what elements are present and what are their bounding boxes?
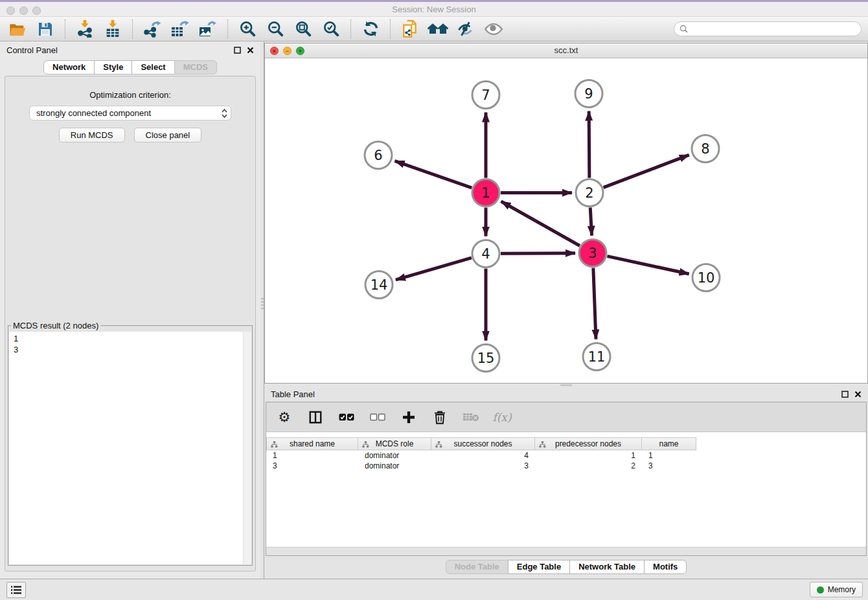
cell-predecessor-nodes[interactable]: 1 [535,450,642,461]
table-tab-motifs[interactable]: Motifs [644,560,687,574]
node-7[interactable]: 7 [472,82,499,109]
table-toolbar: ⚙ f(x) [266,402,866,432]
hide-selected-button[interactable] [455,19,477,40]
node-3[interactable]: 3 [579,240,606,267]
table-row-2[interactable]: 3dominator323 [266,461,866,471]
node-15[interactable]: 15 [472,345,499,372]
control-tab-style[interactable]: Style [94,60,132,75]
control-tab-mcds[interactable]: MCDS [174,60,217,75]
table-tab-node-table[interactable]: Node Table [446,560,508,574]
cell-MCDS-role[interactable]: dominator [358,450,431,461]
save-session-button[interactable] [34,19,56,40]
column-header-predecessor-nodes[interactable]: predecessor nodes [535,437,642,450]
table-panel: Table Panel ⚙ f(x) [264,386,868,577]
table-row-1[interactable]: 1dominator411 [266,450,866,461]
control-panel-title: Control Panel [6,45,58,55]
node-4[interactable]: 4 [472,240,499,268]
criterion-select[interactable]: strongly connected component [29,106,231,121]
refresh-button[interactable] [360,19,382,40]
delete-column-button[interactable] [431,408,449,426]
export-image-button[interactable] [197,19,219,40]
search-input[interactable] [691,25,856,34]
table-tabs: Node TableEdge TableNetwork TableMotifs [264,560,868,574]
zoom-fit-button[interactable] [292,19,314,40]
table-tab-edge-table[interactable]: Edge Table [508,560,570,574]
edge-4-3[interactable] [501,253,575,254]
column-header-name[interactable]: name [642,437,696,450]
control-panel: Control Panel NetworkStyleSelectMCDS Opt… [0,41,260,579]
cell-predecessor-nodes[interactable]: 2 [535,461,642,471]
window-titlebar: Session: New Session [0,0,868,17]
cell-shared-name[interactable]: 3 [266,461,358,471]
export-network-button[interactable] [141,19,163,40]
table-tab-network-table[interactable]: Network Table [569,560,645,574]
node-8[interactable]: 8 [692,135,719,163]
select-all-columns-button[interactable] [337,408,356,426]
task-history-button[interactable] [6,582,26,598]
mcds-result-area[interactable]: 1 3 [9,332,251,564]
cell-shared-name[interactable]: 1 [266,450,358,461]
export-table-button[interactable] [169,19,191,40]
edge-1-6[interactable] [394,161,472,188]
column-label: successor nodes [453,439,512,448]
edge-3-10[interactable] [607,256,689,273]
cell-MCDS-role[interactable]: dominator [358,461,431,471]
node-11[interactable]: 11 [583,343,610,371]
float-panel-icon[interactable] [234,47,241,54]
close-panel-button[interactable]: Close panel [134,128,202,143]
cell-name[interactable]: 3 [642,461,696,471]
node-2[interactable]: 2 [576,179,603,207]
first-neighbors-button[interactable] [427,19,449,40]
unselect-all-columns-button[interactable] [369,408,387,426]
import-table-button[interactable] [102,19,124,40]
eye-slash-icon [457,21,475,38]
function-builder-button[interactable]: f(x) [493,408,511,426]
cell-successor-nodes[interactable]: 3 [431,461,535,471]
zoom-selected-button[interactable] [320,19,342,40]
svg-text:8: 8 [701,141,709,157]
graph-edges[interactable] [394,111,689,340]
node-6[interactable]: 6 [365,142,392,169]
node-1[interactable]: 1 [472,179,499,207]
result-scrollbar[interactable] [243,332,251,564]
edge-3-11[interactable] [593,268,596,339]
table-settings-button[interactable]: ⚙ [275,408,293,426]
close-table-panel-icon[interactable] [854,391,862,398]
edge-4-14[interactable] [396,258,472,280]
node-10[interactable]: 10 [692,264,720,292]
add-column-button[interactable] [400,408,418,426]
cell-name[interactable]: 1 [642,450,696,461]
edge-3-1[interactable] [501,202,580,246]
split-view-button[interactable] [306,408,325,426]
right-area: × − + scc.txt 79681243141015 [264,41,868,579]
control-tab-select[interactable]: Select [131,60,174,75]
svg-text:6: 6 [374,148,382,163]
gear-icon: ⚙ [279,410,291,424]
edge-2-3[interactable] [590,207,591,235]
new-network-from-selection-button[interactable] [399,19,421,40]
svg-text:11: 11 [588,349,606,365]
import-network-button[interactable] [74,19,96,40]
run-mcds-button[interactable]: Run MCDS [59,128,125,143]
edge-2-8[interactable] [604,155,689,187]
cell-successor-nodes[interactable]: 4 [431,450,535,461]
close-panel-icon[interactable] [247,47,254,54]
zoom-out-button[interactable] [264,19,286,40]
node-9[interactable]: 9 [575,80,602,108]
delete-table-button[interactable] [462,408,480,426]
network-canvas[interactable]: 7968124314101511 [265,58,867,383]
status-bar: Memory [0,579,868,600]
float-table-panel-icon[interactable] [841,391,849,398]
zoom-in-button[interactable] [236,19,258,40]
control-tab-network[interactable]: Network [43,60,95,75]
zoom-in-icon [239,20,257,38]
edge-2-9[interactable] [589,111,589,178]
show-all-button[interactable] [483,19,505,40]
memory-button[interactable]: Memory [810,582,863,597]
column-header-shared-name[interactable]: shared name [266,437,358,450]
node-14[interactable]: 14 [365,271,393,299]
open-session-button[interactable] [6,19,29,40]
column-header-MCDS-role[interactable]: MCDS role [358,437,431,450]
mcds-result-text: 1 3 [14,333,251,355]
column-header-successor-nodes[interactable]: successor nodes [431,437,535,450]
